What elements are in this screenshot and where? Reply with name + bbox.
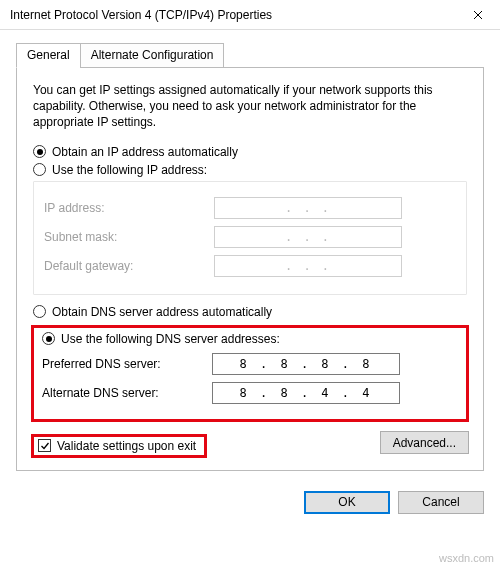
radio-dns-manual-label: Use the following DNS server addresses: xyxy=(61,332,280,346)
radio-dns-auto[interactable]: Obtain DNS server address automatically xyxy=(33,305,467,319)
tab-strip: General Alternate Configuration xyxy=(16,43,484,68)
default-gateway-input: . . . xyxy=(214,255,402,277)
dns-manual-highlight: Use the following DNS server addresses: … xyxy=(31,325,469,422)
alternate-dns-input[interactable]: 8 . 8 . 4 . 4 xyxy=(212,382,400,404)
ok-button[interactable]: OK xyxy=(304,491,390,514)
ip-address-label: IP address: xyxy=(44,201,214,215)
radio-ip-auto[interactable]: Obtain an IP address automatically xyxy=(33,145,467,159)
ip-fields-group: IP address: . . . Subnet mask: . . . Def… xyxy=(33,181,467,295)
validate-checkbox[interactable] xyxy=(38,439,51,452)
preferred-dns-input[interactable]: 8 . 8 . 8 . 8 xyxy=(212,353,400,375)
tab-panel-general: You can get IP settings assigned automat… xyxy=(16,67,484,471)
close-icon xyxy=(473,10,483,20)
radio-ip-auto-label: Obtain an IP address automatically xyxy=(52,145,238,159)
preferred-dns-label: Preferred DNS server: xyxy=(42,357,212,371)
tab-general[interactable]: General xyxy=(16,43,81,68)
dialog-footer: OK Cancel xyxy=(0,481,500,514)
intro-text: You can get IP settings assigned automat… xyxy=(33,82,467,131)
alternate-dns-label: Alternate DNS server: xyxy=(42,386,212,400)
default-gateway-label: Default gateway: xyxy=(44,259,214,273)
validate-highlight: Validate settings upon exit xyxy=(31,434,207,458)
radio-icon xyxy=(33,305,46,318)
close-button[interactable] xyxy=(455,0,500,30)
radio-dns-auto-label: Obtain DNS server address automatically xyxy=(52,305,272,319)
window-title: Internet Protocol Version 4 (TCP/IPv4) P… xyxy=(10,8,455,22)
subnet-mask-input: . . . xyxy=(214,226,402,248)
radio-ip-manual-label: Use the following IP address: xyxy=(52,163,207,177)
radio-icon xyxy=(42,332,55,345)
advanced-button[interactable]: Advanced... xyxy=(380,431,469,454)
ip-address-input: . . . xyxy=(214,197,402,219)
radio-icon xyxy=(33,145,46,158)
title-bar: Internet Protocol Version 4 (TCP/IPv4) P… xyxy=(0,0,500,30)
cancel-button[interactable]: Cancel xyxy=(398,491,484,514)
check-icon xyxy=(40,441,50,451)
tab-alternate[interactable]: Alternate Configuration xyxy=(80,43,225,68)
radio-dns-manual[interactable]: Use the following DNS server addresses: xyxy=(42,332,458,346)
validate-label: Validate settings upon exit xyxy=(57,439,196,453)
radio-ip-manual[interactable]: Use the following IP address: xyxy=(33,163,467,177)
subnet-mask-label: Subnet mask: xyxy=(44,230,214,244)
watermark: wsxdn.com xyxy=(439,552,494,564)
radio-icon xyxy=(33,163,46,176)
